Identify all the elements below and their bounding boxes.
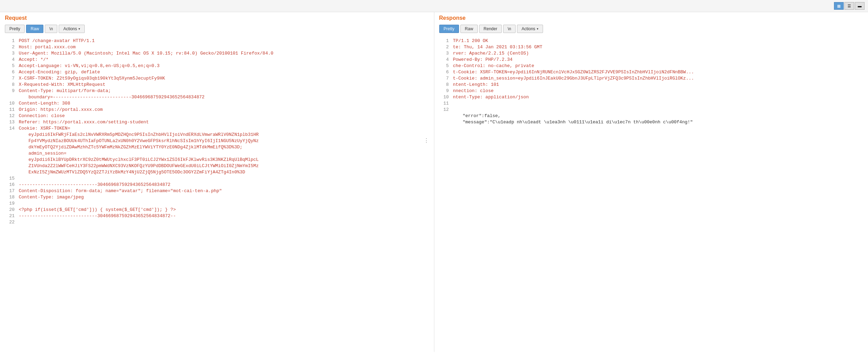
line-number: 7 xyxy=(439,75,449,82)
line-text: ntent-Length: 101 xyxy=(453,82,863,88)
line-number: 19 xyxy=(5,200,15,207)
line-item: 11Origin: https://portal.xxxx.com xyxy=(0,107,434,113)
line-text xyxy=(19,219,429,225)
line-text: Content-Type: multipart/form-data; xyxy=(19,88,429,94)
line-number: 11 xyxy=(439,100,449,107)
line-number: 14 xyxy=(5,125,15,132)
line-item: 11 xyxy=(434,100,868,107)
line-text: "error":false, xyxy=(463,113,863,119)
line-text: nnection: close xyxy=(453,88,863,94)
line-text: Cookie: XSRF-TOKEN= xyxy=(19,125,429,132)
line-text: te: Thu, 14 Jan 2021 03:13:56 GMT xyxy=(453,44,863,50)
line-text: dkYmEyOTQ2YjdiZDAwMzhhZTc5YWFmMzNkZGZhMz… xyxy=(28,144,429,150)
line-item: "error":false, xyxy=(434,113,868,119)
line-item: 9Content-Type: multipart/form-data; xyxy=(0,88,434,94)
line-item: eyJpdii6IkFWRjFIaEs2clNvVWRXRm5pMDZHQnc9… xyxy=(0,132,434,138)
line-item: 2te: Thu, 14 Jan 2021 03:13:56 GMT xyxy=(434,44,868,50)
line-number xyxy=(15,163,24,169)
line-number: 10 xyxy=(5,100,15,107)
response-render-btn[interactable]: Render xyxy=(479,25,502,33)
line-number: 4 xyxy=(5,57,15,63)
line-number xyxy=(15,94,24,100)
line-item: boundary=-----------------------------30… xyxy=(0,94,434,100)
line-number: 10 xyxy=(439,94,449,100)
request-pretty-btn[interactable]: Pretty xyxy=(5,25,25,33)
line-text: X-CSRF-TOKEN: Z2tS9yOgiqs03qb190kYt3q5Xy… xyxy=(19,75,429,82)
request-actions-arrow: ▾ xyxy=(78,27,80,31)
response-raw-btn[interactable]: Raw xyxy=(460,25,478,33)
more-options-icon[interactable]: ⋮ xyxy=(424,138,429,144)
line-number xyxy=(15,144,24,150)
line-number: 11 xyxy=(5,107,15,113)
line-number xyxy=(449,113,459,119)
line-number: 4 xyxy=(439,57,449,63)
line-number: 7 xyxy=(5,75,15,82)
line-item: eyJpdii6IklBYUpDRktrXC9zZ0tMWUtyclhxclF3… xyxy=(0,157,434,163)
response-newline-btn[interactable]: \n xyxy=(503,25,516,33)
request-content[interactable]: 1POST /change-avatar HTTP/1.12Host: port… xyxy=(0,36,434,352)
line-item: admin_session= xyxy=(0,150,434,157)
line-text: User-Agent: Mozilla/5.0 (Macintosh; Inte… xyxy=(19,50,429,57)
line-number: 2 xyxy=(5,44,15,50)
line-item: 15 xyxy=(0,175,434,182)
line-number: 16 xyxy=(5,182,15,188)
line-item: 12Connection: close xyxy=(0,113,434,119)
request-actions-btn[interactable]: Actions ▾ xyxy=(59,25,84,33)
line-item: 3User-Agent: Mozilla/5.0 (Macintosh; Int… xyxy=(0,50,434,57)
line-text xyxy=(453,107,863,113)
line-number: 12 xyxy=(5,113,15,119)
request-actions-label: Actions xyxy=(63,26,77,31)
line-text: eyJpdii6IklBYUpDRktrXC9zZ0tMWUtyclhxclF3… xyxy=(28,157,429,163)
line-number: 6 xyxy=(439,69,449,75)
line-text: TP/1.1 200 OK xyxy=(453,38,863,44)
response-actions-btn[interactable]: Actions ▾ xyxy=(517,25,543,33)
line-number: 8 xyxy=(439,82,449,88)
response-actions-arrow: ▾ xyxy=(537,27,539,31)
line-text: ntent-Type: application/json xyxy=(453,94,863,100)
line-text: Content-Type: image/jpeg xyxy=(19,194,429,200)
line-text: t-Cookie: admin_session=eyJpdii6InJEakU0… xyxy=(453,75,863,82)
line-item: 13Referer: https://portal.xxxx.com/setti… xyxy=(0,119,434,125)
line-item: 4Powered-By: PHP/7.2.34 xyxy=(434,57,868,63)
line-text: Referer: https://portal.xxxx.com/setting… xyxy=(19,119,429,125)
line-text: "message":"C\u1eadp nh\u1eadt \u1ea3nh \… xyxy=(463,119,863,125)
line-item: 5Accept-Language: vi-VN,vi;q=0.8,en-US;q… xyxy=(0,63,434,69)
line-text: admin_session= xyxy=(28,150,429,157)
line-item: 7X-CSRF-TOKEN: Z2tS9yOgiqs03qb190kYt3q5X… xyxy=(0,75,434,82)
request-panel: Request Pretty Raw \n Actions ▾ 1POST /c… xyxy=(0,12,434,352)
line-item: "message":"C\u1eadp nh\u1eadt \u1ea3nh \… xyxy=(434,119,868,125)
request-header: Request Pretty Raw \n Actions ▾ xyxy=(0,12,434,36)
line-text: Accept-Language: vi-VN,vi;q=0.8,en-US;q=… xyxy=(19,63,429,69)
request-raw-btn[interactable]: Raw xyxy=(26,25,43,33)
line-text: Content-Length: 308 xyxy=(19,100,429,107)
line-item: 21-----------------------------304669687… xyxy=(0,213,434,219)
line-text: eyJpdii6IkFWRjFIaEs2clNvVWRXRm5pMDZHQnc9… xyxy=(28,132,429,138)
line-text: Accept-Encoding: gzip, deflate xyxy=(19,69,429,75)
line-text: X-Requested-With: XMLHttpRequest xyxy=(19,82,429,88)
line-text xyxy=(19,200,429,207)
line-item: 6t-Cookie: XSRF-TOKEN=eyJpdii6InNjRUNEcn… xyxy=(434,69,868,75)
list-view-btn[interactable]: ☰ xyxy=(844,2,854,10)
line-number: 12 xyxy=(439,107,449,113)
top-bar: ▦ ☰ ▬ xyxy=(0,0,868,12)
line-number xyxy=(15,138,24,144)
line-text: t-Cookie: XSRF-TOKEN=eyJpdii6InNjRUNEcnl… xyxy=(453,69,863,75)
response-content[interactable]: 1TP/1.1 200 OK2te: Thu, 14 Jan 2021 03:1… xyxy=(434,36,868,352)
line-text: Origin: https://portal.xxxx.com xyxy=(19,107,429,113)
line-text: Powered-By: PHP/7.2.34 xyxy=(453,57,863,63)
line-number: 20 xyxy=(5,207,15,213)
response-panel: Response Pretty Raw Render \n Actions ▾ … xyxy=(434,12,868,352)
response-pretty-btn[interactable]: Pretty xyxy=(439,25,459,33)
line-text xyxy=(453,100,863,107)
line-item: 22 xyxy=(0,219,434,225)
split-view-btn[interactable]: ▦ xyxy=(834,2,844,10)
line-item: 10ntent-Type: application/json xyxy=(434,94,868,100)
request-newline-btn[interactable]: \n xyxy=(45,25,57,33)
request-title: Request xyxy=(5,15,429,21)
line-number xyxy=(15,150,24,157)
line-number: 3 xyxy=(439,50,449,57)
line-item: 19 xyxy=(0,200,434,207)
line-item: 3rver: Apache/2.2.15 (CentOS) xyxy=(434,50,868,57)
line-item: Z1VUnda2Z2lWWFCeHJiY3FS22pmWWdNXC93VzNKO… xyxy=(0,163,434,169)
single-view-btn[interactable]: ▬ xyxy=(855,2,865,10)
